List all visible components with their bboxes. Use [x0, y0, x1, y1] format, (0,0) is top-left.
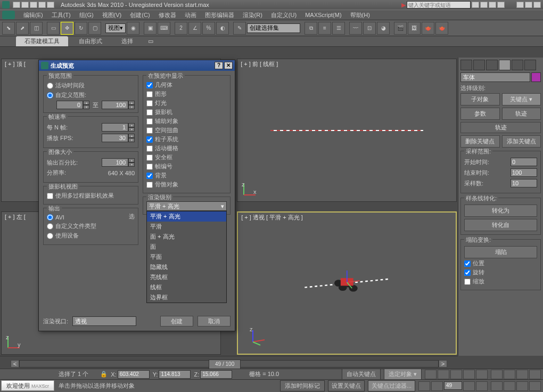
qat-undo-icon[interactable] [38, 2, 46, 8]
play-prev-icon[interactable] [438, 370, 449, 379]
level-option[interactable]: 边界框 [147, 292, 226, 303]
subobject-button[interactable]: 子对象 [460, 93, 500, 105]
welcome-tab[interactable]: 欢迎使用 MAXScr [1, 380, 54, 391]
display-check-6[interactable]: 粒子系统 [146, 135, 227, 143]
select-manipulate-icon[interactable]: ▣ [144, 22, 157, 35]
mirror-icon[interactable]: ⧉ [305, 22, 317, 35]
ref-coord-combo[interactable]: 视图 ▾ [105, 23, 126, 33]
tab-collapse-icon[interactable]: ▭ [144, 37, 158, 46]
display-check-8[interactable]: 安全框 [146, 153, 227, 161]
nav-fov-icon[interactable] [516, 370, 528, 379]
qat-open-icon[interactable] [21, 2, 29, 8]
render-prod-icon[interactable]: 🫖 [435, 22, 448, 35]
coord-z-input[interactable] [200, 370, 232, 379]
maximize-button[interactable] [525, 2, 532, 8]
delete-keys-button[interactable]: 删除关键点 [460, 135, 500, 148]
level-option[interactable]: 面 + 高光 [147, 232, 226, 242]
tab-selection[interactable]: 选择 [113, 36, 142, 46]
help-icon[interactable] [497, 2, 505, 8]
named-sel-edit-icon[interactable]: ✎ [233, 22, 246, 35]
range-from-input[interactable] [56, 101, 83, 109]
display-check-10[interactable]: 背景 [146, 172, 227, 179]
help-search-input[interactable] [407, 1, 471, 9]
menu-views[interactable]: 视图(V) [98, 11, 126, 19]
samples-input[interactable] [511, 179, 537, 187]
menu-graph-editors[interactable]: 图形编辑器 [201, 11, 238, 19]
rotation-checkbox[interactable]: 旋转 [464, 268, 537, 276]
schematic-view-icon[interactable]: ⊡ [363, 22, 376, 35]
menu-animation[interactable]: 动画 [180, 11, 201, 19]
cp-tab-create-icon[interactable] [460, 60, 472, 70]
rotate-icon[interactable]: ↻ [75, 22, 87, 35]
material-editor-icon[interactable]: ◕ [377, 22, 390, 35]
key-icon[interactable] [480, 2, 488, 8]
subobject-combo[interactable]: 关键点 ▾ [502, 93, 541, 105]
display-check-2[interactable]: 灯光 [146, 99, 227, 107]
coord-x-input[interactable] [118, 370, 150, 379]
coord-y-input[interactable] [159, 370, 191, 379]
nav-orbit-icon[interactable] [516, 381, 528, 391]
menu-customize[interactable]: 自定义(U) [267, 11, 301, 19]
qat-new-icon[interactable] [13, 2, 20, 8]
cp-tab-display-icon[interactable] [512, 60, 523, 70]
menu-edit[interactable]: 编辑(E) [19, 11, 47, 19]
play-icon[interactable] [450, 370, 462, 379]
snap-2d-icon[interactable]: 2 [175, 22, 187, 35]
curve-editor-icon[interactable]: 〰 [349, 22, 362, 35]
render-setup-icon[interactable]: 🎬 [394, 22, 407, 35]
star-icon[interactable] [489, 2, 496, 8]
active-time-radio[interactable]: 活动时间段 [47, 81, 135, 89]
key-filters-button[interactable]: 关键点过滤器... [368, 380, 415, 391]
layers-icon[interactable]: ☰ [332, 22, 345, 35]
every-n-input[interactable] [102, 123, 128, 132]
nav-zoom2-icon[interactable] [491, 370, 503, 379]
level-option[interactable]: 平滑 + 高光 [147, 211, 226, 222]
fps-input[interactable] [102, 134, 128, 142]
menu-tools[interactable]: 工具(T) [47, 11, 75, 19]
set-key-button[interactable]: 设置关键点 [328, 380, 365, 391]
cp-tab-utilities-icon[interactable] [524, 60, 536, 70]
select-link-icon[interactable]: ⬊ [2, 22, 15, 35]
time-slider-track[interactable]: 49 / 100 [19, 360, 439, 368]
device-radio[interactable]: 使用设备 [47, 232, 96, 240]
custom-range-radio[interactable]: 自定义范围: [47, 91, 135, 99]
application-menu-icon[interactable] [2, 11, 15, 19]
goto-end-icon[interactable] [476, 381, 488, 391]
display-check-3[interactable]: 摄影机 [146, 108, 227, 116]
scale-checkbox[interactable]: 缩放 [464, 277, 537, 285]
convert-from-button[interactable]: 转化自 [464, 219, 537, 231]
cp-tab-hierarchy-icon[interactable] [486, 60, 498, 70]
menu-modifiers[interactable]: 修改器 [154, 11, 180, 19]
dialog-help-button[interactable]: ? [215, 62, 223, 69]
align-icon[interactable]: ≡ [318, 22, 331, 35]
next-frame-icon[interactable] [463, 381, 475, 391]
level-option[interactable]: 亮线框 [147, 272, 226, 282]
time-slider-thumb[interactable]: 49 / 100 [209, 360, 241, 369]
viewport-front[interactable]: [ + ] 前 [ 线框 ] zx [237, 59, 457, 202]
level-option[interactable]: 隐藏线 [147, 262, 226, 272]
infocenter-icon[interactable] [472, 2, 479, 8]
position-checkbox[interactable]: 位置 [464, 259, 537, 267]
convert-to-button[interactable]: 转化为 [464, 205, 537, 217]
keymode-combo[interactable]: 选定对象 ▾ [384, 369, 422, 380]
nav-maximize-icon[interactable] [529, 381, 541, 391]
goto-start-icon[interactable] [418, 381, 430, 391]
cp-tab-motion-icon[interactable] [499, 60, 511, 70]
range-to-input[interactable] [102, 101, 128, 109]
dialog-titlebar[interactable]: 生成预览 ? ✕ [39, 60, 235, 71]
cp-tab-modify-icon[interactable] [473, 60, 485, 70]
level-option[interactable]: 平面 [147, 252, 226, 262]
menu-group[interactable]: 组(G) [75, 11, 98, 19]
nav-zoom-icon[interactable] [504, 381, 515, 391]
pivot-icon[interactable]: ◉ [127, 22, 139, 35]
display-check-1[interactable]: 图形 [146, 90, 227, 98]
prev-frame-icon[interactable] [431, 381, 443, 391]
keyboard-shortcut-icon[interactable]: ⌨ [158, 22, 170, 35]
current-frame-input[interactable] [444, 381, 462, 390]
parameters-button[interactable]: 参数 [460, 108, 500, 120]
start-time-input[interactable] [511, 158, 537, 166]
create-button[interactable]: 创建 [160, 316, 193, 326]
display-check-0[interactable]: 几何体 [146, 81, 227, 89]
play-end-icon[interactable] [476, 370, 488, 379]
render-icon[interactable]: 🫖 [422, 22, 434, 35]
